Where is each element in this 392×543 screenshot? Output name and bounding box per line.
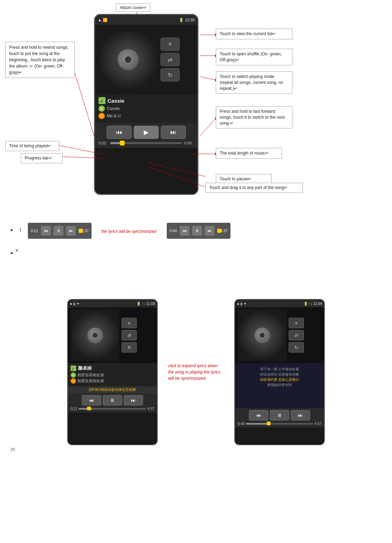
right-time-end: 4:37 [315, 422, 321, 426]
mini-prev-btn-1[interactable]: ⏮ [41, 226, 51, 236]
status-bar: ▲ 📶 🔋 12:30 [95, 15, 197, 25]
status-icons-right: 🔋 12:30 [179, 18, 195, 22]
box-rewind: Press and hold to rewind songs, touch to… [5, 42, 75, 78]
bullet-label-2: v [16, 247, 18, 253]
mini-player-2-start: 0:40 [170, 229, 177, 233]
song-album-row: ● Cassie [99, 105, 194, 112]
box-shuffle: Touch to open shuffle (On- green, Off-gr… [216, 49, 292, 65]
box-drag: Touch and drag it to any part of the son… [205, 183, 303, 193]
progress-row: 0:03 0:59 [99, 141, 194, 145]
screenshot-annotation: click to expend lyrics when the song is … [168, 363, 224, 381]
right-playlist-btn[interactable]: ≡ [289, 318, 304, 328]
box-current-list: Touch to view the current list↵ [216, 29, 292, 39]
left-shuffle-btn[interactable]: ⇄ [121, 330, 137, 340]
bullet-section-1: • l 0:21 ⏮ ⏸ ⏭ 4:37 the lyrics will be s… [0, 219, 392, 242]
phone-mockup: ▲ 📶 🔋 12:30 ≡ ⇄ ↻ 🎤 Cassie ● [94, 14, 198, 195]
album-art [99, 28, 158, 91]
track-icon: ♪ [99, 113, 105, 119]
left-side-btns: ≡ ⇄ ↻ [121, 318, 137, 353]
bullet-section-2: • v [0, 242, 392, 261]
mini-pause-btn-1[interactable]: ⏸ [54, 226, 63, 236]
mini-pause-btn-2[interactable]: ⏸ [192, 226, 202, 236]
box-repeat: Touch to switch playing mode (repeat all… [216, 71, 292, 94]
forward-text: Press and hold to fast forward songs, to… [220, 109, 285, 126]
bullet-dot-1: • [10, 226, 13, 234]
right-play[interactable]: ⏸ [270, 410, 289, 420]
pause-text: Touch to pause↵ [220, 176, 251, 181]
time-current: 0:03 [99, 141, 108, 145]
left-play[interactable]: ⏸ [103, 395, 122, 406]
mini-thumb-1[interactable] [79, 229, 83, 233]
right-ctrl-btns: ⏮ ⏸ ⏭ [238, 410, 321, 420]
left-prog-track[interactable] [79, 408, 146, 410]
right-side-btns: ≡ ⇄ ↻ [289, 318, 304, 353]
status-icons-left: ▲ 📶 [98, 18, 108, 22]
time-played-text: Time of being played↵ [9, 143, 51, 148]
mini-player-2: 0:40 ⏮ ⏸ ⏭ 4:37 [167, 223, 230, 239]
left-playlist-btn[interactable]: ≡ [121, 318, 137, 328]
lyrics-line-0: 等了你一夜 心中真的好累 [238, 367, 321, 372]
left-ticker-text: [99:99.99]本站歌词来自互联网 [89, 388, 136, 392]
playback-buttons: ⏮ ▶ ⏭ [99, 126, 194, 139]
lyrics-note-text: the lyrics will be synchronized [101, 229, 156, 234]
progress-thumb[interactable] [120, 141, 125, 145]
right-prog-track[interactable] [246, 423, 313, 425]
right-shuffle-btn[interactable]: ⇄ [289, 330, 304, 340]
play-button[interactable]: ▶ [134, 126, 159, 139]
drag-text: Touch and drag it to any part of the son… [209, 185, 288, 190]
bullet-dot-2: • [10, 249, 13, 257]
page-number: 25 [10, 447, 15, 452]
progress-track[interactable] [110, 142, 182, 144]
left-album-icon: ● [71, 372, 76, 378]
right-progress-row: 0:40 4:37 [238, 422, 321, 426]
right-status-bar: ● ψ ✦ 🔋 ↑↓ 11:04 [235, 300, 324, 307]
right-repeat-btn[interactable]: ↻ [289, 342, 304, 353]
mini-next-btn-2[interactable]: ⏭ [205, 226, 214, 236]
forward-button[interactable]: ⏭ [161, 126, 186, 139]
mini-prev-btn-2[interactable]: ⏮ [180, 226, 189, 236]
right-status-icons: ● ψ ✦ [237, 302, 246, 306]
left-repeat-btn[interactable]: ↻ [121, 342, 137, 353]
left-title-row: 🎤 颜卓娟 [71, 365, 154, 371]
shuffle-button[interactable]: ⇄ [160, 53, 180, 66]
song-info: 🎤 Cassie ● Cassie ♪ Me & U [95, 94, 197, 123]
right-prog-thumb[interactable] [267, 422, 271, 425]
signal-icon: 📶 [103, 18, 108, 22]
right-next[interactable]: ⏭ [291, 410, 310, 420]
box-forward: Press and hold to fast forward songs, to… [216, 106, 292, 128]
time-total: 0:59 [184, 141, 194, 145]
rewind-button[interactable]: ⏮ [107, 126, 132, 139]
main-diagram: Album cover↵ ▲ 📶 🔋 12:30 ≡ ⇄ ↻ [0, 3, 392, 219]
footer: 25 [0, 449, 392, 456]
album-cover-label: Album cover↵ [116, 3, 150, 12]
repeat-button[interactable]: ↻ [160, 68, 180, 81]
left-prev[interactable]: ⏮ [82, 395, 101, 406]
left-album-row: ● 相爱容易相处难 [71, 372, 154, 378]
playlist-button[interactable]: ≡ [160, 38, 180, 51]
right-time: 11:04 [313, 302, 322, 306]
lyrics-line-1: 经过这些年 还是被你忽略 [238, 372, 321, 377]
mini-next-btn-1[interactable]: ⏭ [66, 226, 76, 236]
lyrics-line-2: 你给我约爱 是真心是敷衍 [238, 377, 321, 382]
status-time: 12:30 [185, 18, 195, 22]
left-song-info: 🎤 颜卓娟 ● 相爱容易相处难 ♪ 相爱容易相处难 [68, 363, 157, 386]
left-next[interactable]: ⏭ [124, 395, 143, 406]
left-time-start: 0:21 [71, 407, 77, 411]
left-track-row: ♪ 相爱容易相处难 [71, 378, 154, 384]
left-track: 相爱容易相处难 [77, 378, 104, 384]
right-prev[interactable]: ⏮ [249, 410, 268, 420]
right-time-start: 0:40 [238, 422, 244, 426]
left-track-icon: ♪ [71, 378, 76, 384]
song-track-row: ♪ Me & U [99, 113, 194, 119]
mini-thumb-2[interactable] [217, 229, 221, 233]
spacer [0, 261, 392, 289]
left-prog-thumb[interactable] [87, 407, 91, 410]
left-song-title: 颜卓娟 [78, 365, 92, 371]
phone-left: ● ψ ✦ 🔋 ↑↓ 11:03 ≡ ⇄ ↻ 🎤 颜卓娟 ● 相爱容易相处难 [67, 299, 158, 445]
left-signal: ↑↓ [142, 302, 145, 306]
album-cover-label-text: Album cover↵ [120, 5, 147, 10]
song-title-icon: 🎤 [99, 97, 105, 104]
total-length-text: The total length of music↵ [220, 151, 269, 156]
right-lyrics-area: 等了你一夜 心中真的好累 经过这些年 还是被你忽略 你给我约爱 是真心是敷衍 教… [235, 363, 324, 408]
box-total-length: The total length of music↵ [216, 148, 282, 159]
